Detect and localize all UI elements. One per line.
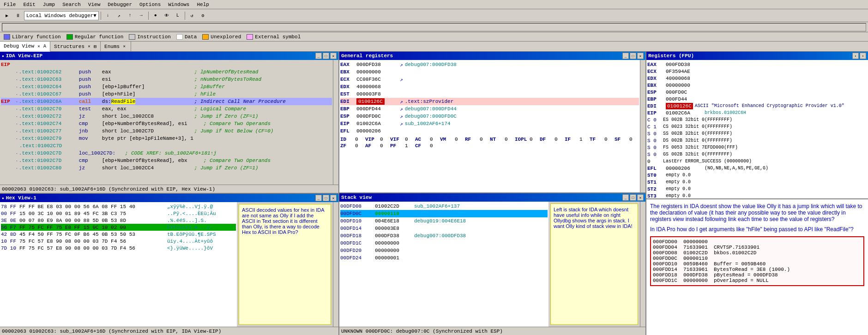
reg-fpu-minimize[interactable]: ‹ [852, 53, 859, 59]
stack-maximize[interactable]: □ [630, 194, 636, 201]
reg-fpu-maximize[interactable]: › [860, 53, 866, 59]
addr-eip[interactable]: .text:01002C6A [19, 99, 74, 104]
tab-structures-close[interactable]: ✕ [86, 44, 92, 49]
edi-value-box: 0100126C [356, 98, 385, 105]
hex-row-5: 10 FF 75 FC 57 E8 90 08 00 00 03 7D F4 5… [1, 238, 236, 245]
tab-enums-close[interactable]: ✕ [121, 44, 127, 49]
reg-fpu-content[interactable]: EAX 000FDD38 ECX 0F3594AE EDX 40000068 E… [646, 60, 868, 198]
ida-view-maximize[interactable]: □ [323, 53, 329, 59]
addr-13[interactable]: .text:01002C80 [19, 165, 74, 171]
menu-jump[interactable]: Jump [41, 2, 57, 7]
menu-file[interactable]: File [2, 2, 18, 7]
flag-zf: ZF0 [340, 143, 364, 149]
menu-options[interactable]: Options [138, 2, 163, 7]
menu-help[interactable]: Help [195, 2, 211, 7]
stack-close[interactable]: ✕ [637, 194, 644, 201]
ida-view-titlebar: ● IDA View-EIP _ □ ✕ [0, 52, 338, 60]
hex-row-3: 56 F7 FF 75 FC FF 75 E8 FF 15 9C 10 02 0… [1, 224, 236, 231]
reg-line-st3: ST3 empty 0.0 [647, 192, 867, 198]
ida-view-close[interactable]: ✕ [330, 53, 337, 59]
ida-view-scrollbar[interactable] [333, 60, 338, 185]
ida-view-minimize[interactable]: _ [315, 53, 322, 59]
tab-enums-label: Enums [104, 44, 120, 49]
hex-row-0: 78 FF FF FF BE E8 03 00 00 56 6A 08 FF 1… [1, 203, 236, 210]
gen-reg-scrollbar[interactable] [640, 60, 645, 192]
reg-fpu-icons: ‹ › [852, 53, 866, 59]
breakpoint-button[interactable]: ● [151, 11, 161, 21]
menu-windows[interactable]: Windows [166, 2, 191, 7]
reg-line-lasterr: 0 LastErr ERROR_SUCCESS (00000000) [647, 158, 867, 165]
hex-view-close[interactable]: ✕ [330, 195, 337, 201]
menu-view[interactable]: View [86, 2, 102, 7]
locals-button[interactable]: L [173, 11, 183, 21]
step-over-button[interactable]: ↗ [114, 11, 124, 21]
hex-view-scrollbar[interactable] [333, 202, 338, 327]
ops-0: eax [102, 69, 194, 75]
stack-scrollbar[interactable] [640, 202, 645, 327]
legend-color-regular [66, 34, 73, 40]
run-to-cursor-button[interactable]: → [136, 11, 146, 21]
stack-content-area: 00DFD08 01002C2D sub_1002AF6+137 00DFD0C… [339, 202, 645, 327]
settings-button[interactable]: ⚙ [198, 11, 208, 21]
legend-label-regular: Regular function [75, 34, 124, 40]
disasm-content[interactable]: EIP ___ · .text:01002C62 push eax ; lpNu… [0, 60, 333, 185]
hex-view-maximize[interactable]: □ [323, 195, 329, 201]
hex-content[interactable]: 78 FF FF FF BE E8 03 00 00 56 6A 08 FF 1… [0, 202, 237, 327]
menu-edit[interactable]: Edit [21, 2, 37, 7]
flag-vip: VIP0 [365, 137, 389, 142]
gen-reg-maximize[interactable]: □ [630, 53, 636, 59]
addr-6[interactable]: .text:01002C72 [19, 114, 74, 119]
stack-row-4: 00DFD18 000DFD38 debug007:000DFD38 [340, 232, 548, 239]
legend-label-library: Library function [12, 34, 61, 40]
flag-nt: NT0 [490, 137, 514, 142]
addr-11[interactable]: .text:01002C7D [19, 150, 74, 156]
debugger-dropdown[interactable]: Local Windows debugger ▼ [24, 11, 99, 20]
reg-line-st2: ST2 empty 0.0 [647, 185, 867, 192]
addr-1[interactable]: .text:01002C63 [19, 77, 74, 82]
stack-status-text: UNKNOWN 000DFD0C: debug007:0C (Synchroni… [341, 329, 503, 334]
stack-minimize[interactable]: _ [622, 194, 629, 201]
tab-debug-view-close[interactable]: ✕ [36, 43, 42, 49]
gen-reg-minimize[interactable]: _ [622, 53, 629, 59]
addr-2[interactable]: .text:01002C64 [19, 84, 74, 90]
address-input[interactable] [2, 23, 866, 31]
reg-row-eip: EIP 01002C6A ↗ sub_1002AF6+174 [340, 120, 639, 127]
stack-content[interactable]: 00DFD08 01002C2D sub_1002AF6+137 00DFD0C… [339, 202, 549, 327]
stack-row-6: 00DFD20 00000000 [340, 247, 548, 254]
addr-3[interactable]: .text:01002C67 [19, 91, 74, 97]
play-button[interactable]: ▶ [2, 11, 12, 21]
step-out-button[interactable]: ↑ [125, 11, 135, 21]
tab-enums[interactable]: Enums ✕ [101, 42, 131, 52]
disasm-line-8: ___ · .text:01002C77 jnb short loc_1002C… [1, 127, 332, 135]
hex-row-1: 00 FF 15 00 3C 10 00 01 89 45 FC 3B C3 7… [1, 210, 236, 217]
addr-12[interactable]: .text:01002C7D [19, 158, 74, 163]
addr-5[interactable]: .text:01002C70 [19, 106, 74, 112]
legend-color-unexplored [202, 34, 209, 40]
reg-row-ecx: ECX CC08F36C ↗ [340, 76, 639, 83]
addr-10[interactable]: .text:01002C7D [19, 143, 75, 149]
pause-button[interactable]: ⏸ [13, 11, 23, 21]
menu-debugger[interactable]: Debugger [106, 2, 134, 7]
reg-line-s0b: S 0 DS 002B 32bit 0(FFFFFFFF) [647, 137, 867, 144]
reg-fpu-titlebar: Registers (FPU) ‹ › [646, 52, 868, 60]
gen-reg-close[interactable]: ✕ [637, 53, 644, 59]
stack-row-3: 00DFD14 000003E8 [340, 225, 548, 232]
addr-9[interactable]: .text:01002C79 [19, 136, 74, 141]
addr-0[interactable]: .text:01002C62 [19, 69, 74, 75]
ida-view-icons: _ □ ✕ [315, 53, 337, 59]
addr-7[interactable]: .text:01002C74 [19, 121, 74, 126]
tab-structures[interactable]: Structures ✕ ⊞ [50, 42, 101, 52]
step-into-button[interactable]: ↓ [103, 11, 113, 21]
addr-8[interactable]: .text:01002C77 [19, 128, 74, 134]
hex-view-minimize[interactable]: _ [315, 195, 322, 201]
tab-debug-view-label: Debug View [4, 43, 34, 49]
refresh-button[interactable]: ↺ [187, 11, 197, 21]
tab-debug-view[interactable]: Debug View ✕ A [0, 42, 50, 52]
legend-label-external: External symbol [255, 34, 301, 40]
hex-view-title: ● Hex View-1 [2, 195, 36, 201]
gen-reg-content[interactable]: EAX 000DFD38 ↗ debug007:000DFD38 EBX 000… [339, 60, 640, 192]
hex-row-2: 3E 0E 00 07 80 E9 8A 00 00 88 5D 0B 53 8… [1, 217, 236, 224]
menu-search[interactable]: Search [60, 2, 83, 7]
watch-button[interactable]: 👁 [162, 11, 172, 21]
stack-row-2: 00DFD10 004E6E18 debug019:004E6E18 [340, 217, 548, 225]
